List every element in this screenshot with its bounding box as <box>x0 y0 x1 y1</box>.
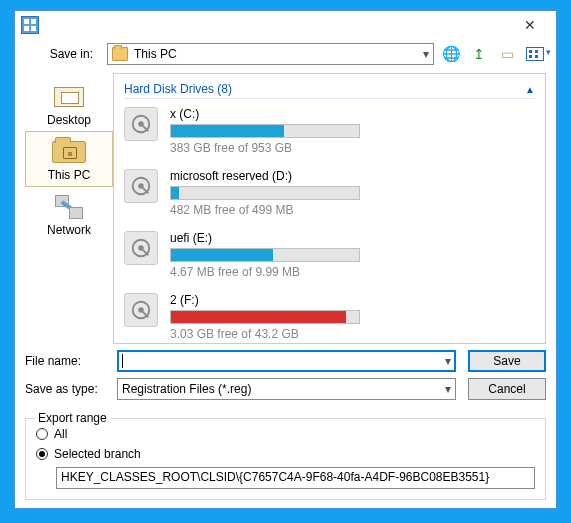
radio-all-label: All <box>54 427 67 441</box>
place-label: Network <box>47 223 91 237</box>
svg-point-10 <box>139 308 143 312</box>
hard-disk-icon <box>124 169 158 203</box>
chevron-down-icon: ▾ <box>445 354 451 368</box>
svg-point-7 <box>139 246 143 250</box>
drive-item[interactable]: x (C:)383 GB free of 953 GB <box>124 107 535 155</box>
drive-free-text: 4.67 MB free of 9.99 MB <box>170 265 360 279</box>
section-title: Hard Disk Drives (8) <box>124 82 232 96</box>
drive-name: uefi (E:) <box>170 231 360 245</box>
drive-item[interactable]: microsoft reserved (D:)482 MB free of 49… <box>124 169 535 217</box>
radio-selected-label: Selected branch <box>54 447 141 461</box>
drive-item[interactable]: 2 (F:)3.03 GB free of 43.2 GB <box>124 293 535 341</box>
export-range-group: Export range All Selected branch HKEY_CL… <box>25 418 546 500</box>
svg-point-1 <box>139 122 143 126</box>
radio-icon <box>36 448 48 460</box>
hard-disk-icon <box>124 231 158 265</box>
drive-free-text: 482 MB free of 499 MB <box>170 203 360 217</box>
place-desktop[interactable]: Desktop <box>25 77 113 131</box>
network-icon <box>55 195 83 219</box>
view-menu-button[interactable] <box>524 43 546 65</box>
this-pc-icon <box>52 141 86 163</box>
folder-icon <box>112 47 128 61</box>
text-caret <box>122 354 123 368</box>
drive-item[interactable]: uefi (E:)4.67 MB free of 9.99 MB <box>124 231 535 279</box>
new-folder-button[interactable]: ▭ <box>496 43 518 65</box>
up-icon: ↥ <box>473 46 485 62</box>
usage-bar <box>170 124 360 138</box>
save-button[interactable]: Save <box>468 350 546 372</box>
drive-free-text: 383 GB free of 953 GB <box>170 141 360 155</box>
chevron-down-icon: ▾ <box>423 47 429 61</box>
drive-free-text: 3.03 GB free of 43.2 GB <box>170 327 360 341</box>
app-icon <box>21 16 39 34</box>
radio-all[interactable]: All <box>36 427 535 441</box>
save-as-type-combo[interactable]: Registration Files (*.reg) ▾ <box>117 378 456 400</box>
svg-point-4 <box>139 184 143 188</box>
cancel-button[interactable]: Cancel <box>468 378 546 400</box>
save-as-type-label: Save as type: <box>25 382 111 396</box>
radio-selected-branch[interactable]: Selected branch <box>36 447 535 461</box>
export-range-legend: Export range <box>34 411 111 425</box>
radio-icon <box>36 428 48 440</box>
file-name-input[interactable]: ▾ <box>117 350 456 372</box>
branch-path-input[interactable]: HKEY_CLASSES_ROOT\CLSID\{C7657C4A-9F68-4… <box>56 467 535 489</box>
places-bar: Desktop This PC Network <box>25 73 113 344</box>
save-in-combo[interactable]: This PC ▾ <box>107 43 434 65</box>
hard-disk-icon <box>124 107 158 141</box>
save-in-value: This PC <box>134 47 423 61</box>
usage-bar <box>170 310 360 324</box>
drive-name: 2 (F:) <box>170 293 360 307</box>
file-fields: File name: ▾ Save Save as type: Registra… <box>15 344 556 416</box>
close-button[interactable]: ✕ <box>510 13 550 37</box>
place-label: Desktop <box>47 113 91 127</box>
location-row: Save in: This PC ▾ 🌐 ↥ ▭ <box>15 39 556 73</box>
place-this-pc[interactable]: This PC <box>25 131 113 187</box>
back-icon: 🌐 <box>442 45 461 63</box>
new-folder-icon: ▭ <box>501 46 514 62</box>
drives-panel: Hard Disk Drives (8) ▲ x (C:)383 GB free… <box>113 73 546 344</box>
back-button[interactable]: 🌐 <box>440 43 462 65</box>
chevron-down-icon: ▾ <box>445 382 451 396</box>
titlebar: ✕ <box>15 11 556 39</box>
desktop-icon <box>54 87 84 107</box>
usage-bar <box>170 248 360 262</box>
save-as-type-value: Registration Files (*.reg) <box>122 382 251 396</box>
save-dialog: ✕ Save in: This PC ▾ 🌐 ↥ ▭ Desktop This … <box>14 10 557 509</box>
save-in-label: Save in: <box>25 47 101 61</box>
collapse-icon: ▲ <box>525 84 535 95</box>
view-grid-icon <box>526 47 544 61</box>
up-button[interactable]: ↥ <box>468 43 490 65</box>
section-header[interactable]: Hard Disk Drives (8) ▲ <box>124 82 535 99</box>
drive-name: x (C:) <box>170 107 360 121</box>
file-name-label: File name: <box>25 354 111 368</box>
drive-name: microsoft reserved (D:) <box>170 169 360 183</box>
hard-disk-icon <box>124 293 158 327</box>
place-network[interactable]: Network <box>25 187 113 241</box>
usage-bar <box>170 186 360 200</box>
place-label: This PC <box>48 168 91 182</box>
